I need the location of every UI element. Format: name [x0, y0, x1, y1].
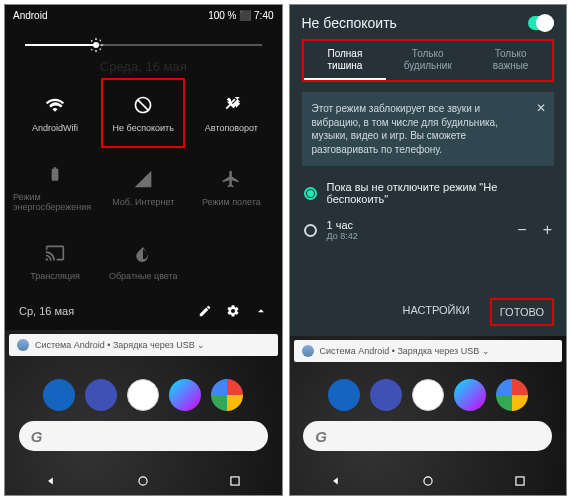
tile-signal[interactable]: Моб. Интернет: [101, 152, 185, 222]
option-text: Пока вы не отключите режим "Не беспокоит…: [327, 181, 553, 205]
background-date: Среда, 16 мая: [13, 59, 274, 74]
tile-label: Режим полета: [202, 197, 261, 207]
contacts-app-icon[interactable]: [370, 379, 402, 411]
notification-row[interactable]: Система Android • Зарядка через USB ⌄: [9, 334, 278, 356]
status-label: Android: [13, 10, 47, 21]
dnd-actions: НАСТРОЙКИ ГОТОВО: [302, 298, 555, 326]
dnd-toggle[interactable]: [528, 16, 554, 30]
gmail-app-icon[interactable]: [412, 379, 444, 411]
recents-icon[interactable]: [513, 474, 527, 488]
tile-grid: AndroidWifiНе беспокоитьАвтоповоротРежим…: [13, 78, 274, 296]
close-icon[interactable]: ✕: [536, 100, 546, 116]
brightness-track: [25, 44, 262, 46]
back-icon[interactable]: [44, 474, 58, 488]
dock-icons: [43, 379, 243, 411]
phone-app-icon[interactable]: [43, 379, 75, 411]
contacts-app-icon[interactable]: [85, 379, 117, 411]
svg-point-2: [424, 477, 432, 485]
back-icon[interactable]: [329, 474, 343, 488]
tile-dnd[interactable]: Не беспокоить: [101, 78, 185, 148]
phone-app-icon[interactable]: [328, 379, 360, 411]
brightness-fill: [25, 44, 96, 46]
navigation-bar: [290, 467, 567, 495]
gear-icon[interactable]: [226, 304, 240, 318]
play-store-icon[interactable]: [169, 379, 201, 411]
dock: G: [5, 379, 282, 467]
tile-airplane[interactable]: Режим полета: [189, 152, 273, 222]
chrome-app-icon[interactable]: [496, 379, 528, 411]
dnd-panel: Не беспокоить ПолнаятишинаТолькобудильни…: [290, 5, 567, 336]
tile-label: AndroidWifi: [32, 123, 78, 133]
tile-label: Режим энергосбережения: [13, 192, 97, 212]
plus-icon[interactable]: +: [543, 221, 552, 239]
phone-left: Android 100 % ⬛ 7:40 Среда, 16 мая Andro…: [4, 4, 283, 496]
chevron-up-icon[interactable]: [254, 304, 268, 318]
settings-button[interactable]: НАСТРОЙКИ: [395, 298, 478, 326]
signal-icon: [133, 167, 153, 191]
google-g-icon: G: [315, 428, 327, 445]
tile-label: Автоповорот: [205, 123, 258, 133]
done-button[interactable]: ГОТОВО: [490, 298, 554, 326]
wifi-icon: [45, 93, 65, 117]
qs-footer-actions: [198, 304, 268, 318]
dnd-title: Не беспокоить: [302, 15, 397, 31]
dock: G: [290, 379, 567, 467]
svg-point-0: [139, 477, 147, 485]
dnd-header: Не беспокоить: [302, 15, 555, 31]
notification-row[interactable]: Система Android • Зарядка через USB ⌄: [294, 340, 563, 362]
brightness-slider[interactable]: [13, 33, 274, 57]
recents-icon[interactable]: [228, 474, 242, 488]
footer-date: Ср, 16 мая: [19, 305, 74, 317]
duration-option[interactable]: Пока вы не отключите режим "Не беспокоит…: [302, 174, 555, 212]
svg-rect-3: [516, 477, 524, 485]
svg-rect-1: [231, 477, 239, 485]
dnd-tabs: ПолнаятишинаТолькобудильникТольковажные: [302, 39, 555, 82]
notification-text: Система Android • Зарядка через USB ⌄: [320, 346, 490, 356]
info-card: Этот режим заблокирует все звуки и вибра…: [302, 92, 555, 166]
info-text: Этот режим заблокирует все звуки и вибра…: [312, 103, 498, 155]
tile-label: Трансляция: [30, 271, 80, 281]
rotate-icon: [221, 93, 241, 117]
tile-label: Обратные цвета: [109, 271, 178, 281]
home-icon[interactable]: [136, 474, 150, 488]
tab-будильник[interactable]: Толькобудильник: [386, 41, 469, 80]
gmail-app-icon[interactable]: [127, 379, 159, 411]
airplane-icon: [221, 167, 241, 191]
tile-battery[interactable]: Режим энергосбережения: [13, 152, 97, 222]
tile-cast[interactable]: Трансляция: [13, 226, 97, 296]
tab-тишина[interactable]: Полнаятишина: [304, 41, 387, 80]
option-text: 1 час: [327, 219, 508, 231]
tile-label: Не беспокоить: [113, 123, 174, 133]
battery-icon: [47, 162, 63, 186]
tile-rotate[interactable]: Автоповорот: [189, 78, 273, 148]
google-search-bar[interactable]: G: [19, 421, 268, 451]
invert-icon: [133, 241, 153, 265]
notification-text: Система Android • Зарядка через USB ⌄: [35, 340, 205, 350]
dnd-icon: [133, 93, 153, 117]
phone-right: Не беспокоить ПолнаятишинаТолькобудильни…: [289, 4, 568, 496]
navigation-bar: [5, 467, 282, 495]
tile-wifi[interactable]: AndroidWifi: [13, 78, 97, 148]
cast-icon: [45, 241, 65, 265]
radio-icon: [304, 187, 317, 200]
android-system-icon: [302, 345, 314, 357]
google-search-bar[interactable]: G: [303, 421, 552, 451]
duration-option[interactable]: 1 часДо 8:42−+: [302, 212, 555, 248]
home-icon[interactable]: [421, 474, 435, 488]
minus-icon[interactable]: −: [517, 221, 526, 239]
android-system-icon: [17, 339, 29, 351]
status-right: 100 % ⬛ 7:40: [208, 10, 273, 21]
edit-icon[interactable]: [198, 304, 212, 318]
brightness-thumb-icon[interactable]: [87, 36, 105, 54]
qs-footer: Ср, 16 мая: [13, 296, 274, 322]
chrome-app-icon[interactable]: [211, 379, 243, 411]
radio-icon: [304, 224, 317, 237]
google-g-icon: G: [31, 428, 43, 445]
option-subtext: До 8:42: [327, 231, 508, 241]
dock-icons: [328, 379, 528, 411]
tab-важные[interactable]: Тольковажные: [469, 41, 552, 80]
quick-settings-panel: Среда, 16 мая AndroidWifiНе беспокоитьАв…: [5, 25, 282, 330]
tile-invert[interactable]: Обратные цвета: [101, 226, 185, 296]
duration-options: Пока вы не отключите режим "Не беспокоит…: [302, 174, 555, 248]
play-store-icon[interactable]: [454, 379, 486, 411]
